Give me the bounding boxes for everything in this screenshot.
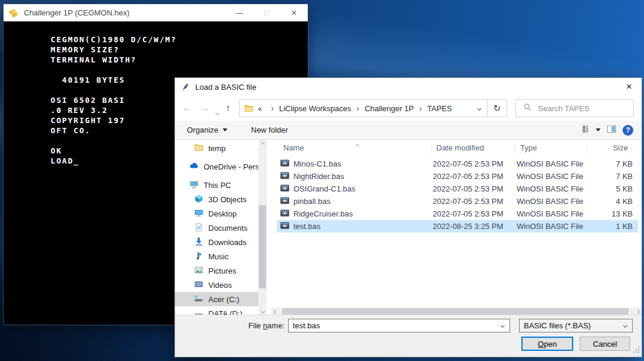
new-folder-button[interactable]: New folder [251,125,288,134]
file-type: WinOSI BASIC File [515,159,587,168]
file-size: 13 KB [587,209,634,218]
column-header-size[interactable]: Size [587,141,632,154]
sidebar-item-label: Music [208,252,229,261]
file-date-modified: 2022-07-05 2:53 PM [432,172,515,181]
file-row[interactable]: test.bas 2022-08-25 3:25 PM WinOSI BASIC… [277,220,638,233]
breadcrumb-overflow-icon[interactable]: « [258,104,262,113]
column-header-date-modified[interactable]: Date modified [432,141,515,154]
breadcrumb-segment-label[interactable]: Challenger 1P [365,104,414,113]
command-bar: Organize New folder ? [175,121,642,140]
sidebar-item[interactable]: Pictures [175,263,258,278]
sidebar-item[interactable]: temp [175,141,258,155]
sort-ascending-icon [356,140,359,149]
new-folder-label: New folder [251,125,288,134]
back-arrow-icon[interactable]: ← [182,103,192,113]
file-date-modified: 2022-08-25 3:25 PM [432,222,515,231]
sidebar-item-label: Acer (C:) [208,295,239,304]
this-pc-icon [189,180,199,191]
file-date-modified: 2022-07-05 2:53 PM [432,159,515,168]
up-arrow-icon[interactable]: ↑ [226,103,230,113]
python-app-icon [9,8,18,18]
column-header-name[interactable]: Name [267,141,432,154]
breadcrumb-segment[interactable]: › LiClipse Workspaces [265,103,351,113]
forward-arrow-icon[interactable]: → [200,103,210,113]
open-button[interactable]: Open [521,337,573,351]
organize-menu-button[interactable]: Organize [187,125,227,134]
file-name[interactable]: pinball.bas [293,197,330,206]
file-date-modified: 2022-07-05 2:53 PM [432,184,515,193]
file-name-label: File name: [245,321,285,330]
file-type-dropdown-icon[interactable] [618,324,632,327]
search-input[interactable] [538,104,627,113]
file-type: WinOSI BASIC File [515,184,587,193]
close-button[interactable]: × [280,4,308,21]
sidebar-item[interactable]: Videos [175,278,258,292]
file-name[interactable]: RidgeCruiser.bas [293,209,353,218]
organize-label: Organize [187,125,218,134]
emulator-titlebar: Challenger 1P (CEGMON.hex) — □ × [4,4,308,21]
resize-grip[interactable] [633,346,640,355]
cancel-button[interactable]: Cancel [580,337,630,351]
sidebar-item[interactable]: OneDrive - Personal [175,159,258,174]
breadcrumb-segment-label[interactable]: LiClipse Workspaces [279,104,351,113]
history-dropdown-icon[interactable] [216,108,219,117]
sidebar-item[interactable]: Documents [175,221,258,235]
breadcrumb-separator-icon: › [357,103,359,113]
sidebar-item-label: Pictures [208,266,236,275]
help-button[interactable]: ? [623,125,633,136]
file-name[interactable]: NightRider.bas [293,172,344,181]
sidebar-scrollbar[interactable] [258,140,267,316]
file-type: WinOSI BASIC File [515,222,587,231]
file-row[interactable]: pinball.bas 2022-07-05 2:53 PM WinOSI BA… [277,195,638,208]
file-name[interactable]: OSIGrand-C1.bas [293,184,355,193]
sidebar-item-label: Videos [208,281,232,290]
breadcrumb-segment-label[interactable]: TAPES [427,104,452,113]
dropdown-triangle-icon [223,128,227,131]
sidebar-item[interactable]: This PC [175,178,258,192]
dialog-footer: File name: BASIC files (*.BAS) Open Canc… [175,315,642,357]
file-name-dropdown-icon[interactable] [495,324,509,327]
search-box[interactable] [515,99,634,117]
breadcrumb-segment[interactable]: › Challenger 1P [351,103,414,113]
breadcrumb-segment[interactable]: › TAPES [414,103,452,113]
sidebar-item[interactable]: Music [175,249,258,263]
address-bar[interactable]: « › LiClipse Workspaces › Challenger 1P … [239,99,487,117]
cassette-file-icon [280,172,289,181]
folder-icon [194,143,204,154]
music-icon [194,251,204,262]
column-header-type[interactable]: Type [515,141,587,154]
dialog-close-button[interactable]: × [617,78,642,96]
file-name-input[interactable] [289,321,495,330]
file-row[interactable]: NightRider.bas 2022-07-05 2:53 PM WinOSI… [277,170,638,183]
navigation-sidebar: temp OneDrive - Personal This PC 3D Obje… [175,140,258,316]
file-type-combo[interactable]: BASIC files (*.BAS) [519,319,633,332]
breadcrumb-separator-icon: › [271,103,274,113]
preview-pane-button[interactable] [607,124,617,136]
feather-icon [181,83,190,92]
change-view-button[interactable] [582,124,601,136]
sidebar-item[interactable]: Desktop [175,206,258,221]
file-row[interactable]: RidgeCruiser.bas 2022-07-05 2:53 PM WinO… [277,208,638,220]
file-date-modified: 2022-07-05 2:53 PM [432,209,515,218]
scroll-up-icon[interactable] [258,140,267,149]
maximize-button[interactable]: □ [253,4,280,21]
refresh-button[interactable]: ↻ [487,99,507,117]
cassette-file-icon [280,209,289,219]
scrollbar-thumb[interactable] [259,205,266,288]
file-name[interactable]: test.bas [293,222,321,231]
drive-c-icon [194,294,204,305]
details-view-icon [582,124,592,136]
sidebar-item[interactable]: 3D Objects [175,192,258,206]
address-dropdown-icon[interactable] [471,107,487,110]
minimize-button[interactable]: — [226,4,253,21]
sidebar-item[interactable]: Acer (C:) [175,292,258,306]
sidebar-item[interactable]: Downloads [175,235,258,249]
file-row[interactable]: OSIGrand-C1.bas 2022-07-05 2:53 PM WinOS… [277,183,638,195]
file-name[interactable]: Minos-C1.bas [293,159,341,168]
sidebar-item-label: temp [208,144,226,153]
videos-icon [194,280,204,291]
file-name-combo[interactable] [288,319,510,332]
file-row[interactable]: Minos-C1.bas 2022-07-05 2:53 PM WinOSI B… [277,158,638,170]
dialog-title: Load a BASIC file [195,83,257,92]
cassette-file-icon [280,197,289,206]
